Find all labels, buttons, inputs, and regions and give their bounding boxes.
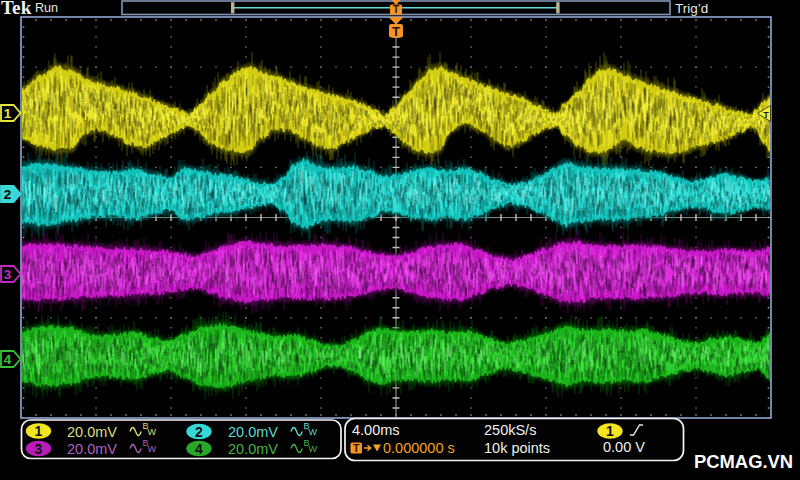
- svg-text:250kS/s: 250kS/s: [484, 422, 536, 438]
- svg-text:3: 3: [4, 267, 12, 282]
- svg-text:Trig’d: Trig’d: [675, 1, 708, 16]
- svg-text:PCMAG.VN: PCMAG.VN: [694, 451, 793, 472]
- svg-text:0.00 V: 0.00 V: [603, 439, 645, 455]
- svg-text:1: 1: [4, 106, 12, 121]
- svg-text:T: T: [763, 110, 769, 120]
- svg-text:T: T: [392, 24, 400, 39]
- svg-text:10k points: 10k points: [484, 440, 550, 456]
- svg-text:4: 4: [4, 352, 12, 367]
- svg-text:2: 2: [195, 424, 203, 440]
- svg-text:W: W: [148, 427, 157, 437]
- svg-text:W: W: [148, 444, 157, 454]
- svg-text:20.0mV: 20.0mV: [67, 441, 117, 457]
- svg-text:0.000000 s: 0.000000 s: [383, 440, 455, 456]
- svg-text:3: 3: [35, 441, 43, 457]
- svg-text:T: T: [393, 3, 400, 15]
- svg-text:20.0mV: 20.0mV: [228, 424, 278, 440]
- svg-text:4.00ms: 4.00ms: [352, 422, 400, 438]
- svg-text:20.0mV: 20.0mV: [228, 441, 278, 457]
- svg-text:T: T: [353, 442, 360, 454]
- svg-text:1: 1: [606, 423, 614, 439]
- svg-text:2: 2: [4, 187, 12, 202]
- svg-text:W: W: [309, 427, 318, 437]
- svg-text:Run: Run: [35, 1, 58, 15]
- svg-text:Tek: Tek: [1, 0, 32, 18]
- svg-text:1: 1: [35, 423, 43, 439]
- svg-text:20.0mV: 20.0mV: [67, 424, 117, 440]
- svg-text:W: W: [309, 444, 318, 454]
- svg-text:4: 4: [195, 441, 203, 457]
